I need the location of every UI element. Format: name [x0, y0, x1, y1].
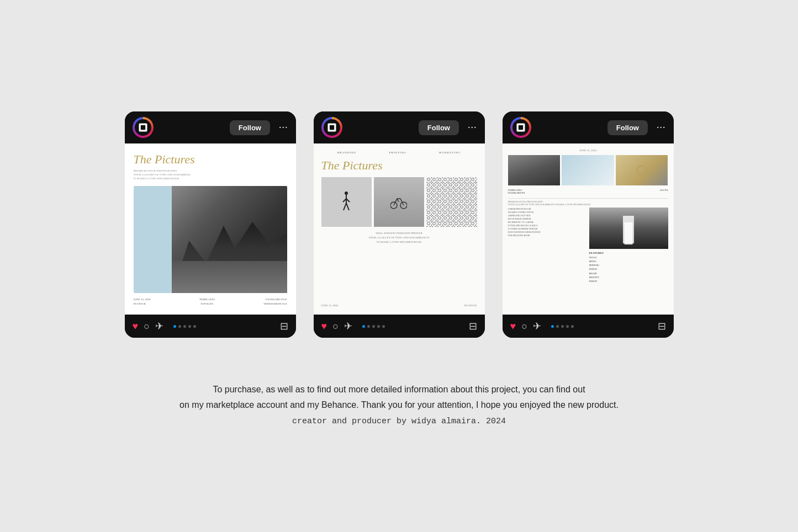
page-footer: To purchase, as well as to find out more… [179, 382, 619, 425]
comment-icon-2[interactable]: ○ [332, 321, 339, 332]
dot-3 [183, 325, 186, 328]
card3-labels: TEMPLATES 16:9 PX STANDARD PX [508, 189, 668, 194]
svg-rect-14 [518, 125, 522, 130]
nav-branding: BRANDING [337, 151, 356, 154]
bookmark-icon-1[interactable]: ⊟ [280, 320, 288, 332]
card1-subtitle: PREMIUM STOCK PHOTOGRAPHY YOUR GALLERY O… [134, 169, 287, 180]
svg-rect-3 [329, 125, 334, 130]
dot-4-c3 [566, 325, 569, 328]
comment-icon-1[interactable]: ○ [144, 321, 150, 332]
dot-1-c2 [362, 325, 365, 328]
card1-footer: JUNE 12, 2024 IN STOCK TEMPLATES TOP RAT… [134, 297, 287, 306]
svg-line-8 [343, 203, 346, 210]
cards-row: Follow ··· The Pictures PREMIUM STOCK PH… [125, 111, 674, 338]
dot-3-c2 [372, 325, 375, 328]
nav-marketing: MARKETING [439, 151, 461, 154]
card2-title: The Pictures [321, 158, 477, 173]
progress-dots-2 [362, 325, 385, 328]
card3-features: FEATURES SOCIAL MEDIA PRINTING DESIGN BR… [589, 251, 668, 283]
card3-thumb-mountain [508, 155, 561, 185]
card2-img-bike [374, 177, 424, 227]
card2-footer: JUNE 12, 2024 IN STOCK [321, 304, 477, 307]
share-icon-1[interactable]: ✈ [155, 320, 163, 332]
card3-description: LOREM IPSUM DOLOR SITAMET CONSECTETUR AD… [508, 208, 587, 311]
share-icon-3[interactable]: ✈ [533, 320, 541, 332]
svg-line-12 [397, 199, 399, 202]
card3-thumbnails [508, 155, 668, 185]
share-icon-2[interactable]: ✈ [344, 320, 352, 332]
card1-header: Follow ··· [125, 111, 296, 143]
dot-3-c3 [561, 325, 564, 328]
more-options-3[interactable]: ··· [657, 122, 666, 134]
svg-point-4 [345, 191, 348, 195]
dot-1 [173, 325, 176, 328]
dot-4 [188, 325, 191, 328]
follow-button-3[interactable]: Follow [607, 120, 648, 135]
instagram-card-1: Follow ··· The Pictures PREMIUM STOCK PH… [125, 111, 296, 338]
card3-body: LOREM IPSUM DOLOR SITAMET CONSECTETUR AD… [508, 208, 668, 311]
card3-thumb-blue [562, 155, 614, 185]
dot-4-c2 [377, 325, 380, 328]
card3-thumb-ring [616, 155, 668, 185]
card2-images [321, 177, 477, 227]
instagram-card-3: Follow ··· JUNE 12, 2024 TEMPLATES 16:9 … [503, 111, 674, 338]
card2-body: WELL-KNOWN UNKNOWN PRINTER TOOK A GALLEY… [321, 231, 477, 244]
card2-action-bar: ♥ ○ ✈ ⊟ [314, 315, 485, 338]
footer-credit: creator and producer by widya almaira. 2… [179, 417, 619, 426]
card2-header: Follow ··· [314, 111, 485, 143]
card1-title: The Pictures [134, 152, 287, 167]
card2-img-dots [426, 177, 477, 227]
card1-mountain [172, 186, 287, 293]
card2-nav: BRANDING PRINTING MARKETING [321, 151, 477, 154]
like-icon-1[interactable]: ♥ [133, 321, 139, 332]
dot-5-c2 [382, 325, 385, 328]
card2-img-runner [321, 177, 372, 227]
bookmark-icon-2[interactable]: ⊟ [469, 320, 477, 332]
dot-1-c3 [551, 325, 554, 328]
card3-divider [508, 198, 668, 199]
svg-rect-1 [140, 125, 145, 130]
avatar-2 [321, 117, 342, 138]
dot-5 [193, 325, 196, 328]
card3-main-image [589, 208, 668, 249]
progress-dots-1 [173, 325, 196, 328]
dot-2-c3 [556, 325, 559, 328]
card3-date: JUNE 12, 2024 [508, 149, 668, 152]
instagram-card-2: Follow ··· BRANDING PRINTING MARKETING T… [314, 111, 485, 338]
dot-2-c2 [367, 325, 370, 328]
card3-content-area: JUNE 12, 2024 TEMPLATES 16:9 PX STANDARD… [503, 143, 674, 315]
card3-action-bar: ♥ ○ ✈ ⊟ [503, 315, 674, 338]
more-options-1[interactable]: ··· [279, 122, 288, 134]
progress-dots-3 [551, 325, 574, 328]
dot-2 [178, 325, 181, 328]
follow-button-2[interactable]: Follow [419, 120, 459, 135]
card3-header: Follow ··· [503, 111, 674, 143]
bookmark-icon-3[interactable]: ⊟ [658, 320, 666, 332]
comment-icon-3[interactable]: ○ [521, 321, 527, 332]
nav-printing: PRINTING [389, 151, 406, 154]
more-options-2[interactable]: ··· [468, 122, 477, 134]
avatar-1 [133, 117, 154, 138]
like-icon-2[interactable]: ♥ [321, 321, 327, 332]
like-icon-3[interactable]: ♥ [510, 321, 516, 332]
card1-action-bar: ♥ ○ ✈ ⊟ [125, 315, 296, 338]
dot-5-c3 [571, 325, 574, 328]
svg-line-9 [346, 203, 349, 210]
follow-button-1[interactable]: Follow [230, 120, 270, 135]
footer-main-text: To purchase, as well as to find out more… [179, 382, 619, 412]
card1-content-area: The Pictures PREMIUM STOCK PHOTOGRAPHY Y… [125, 143, 296, 315]
card2-content-area: BRANDING PRINTING MARKETING The Pictures [314, 143, 485, 315]
card1-image [134, 186, 287, 293]
avatar-3 [510, 117, 531, 138]
